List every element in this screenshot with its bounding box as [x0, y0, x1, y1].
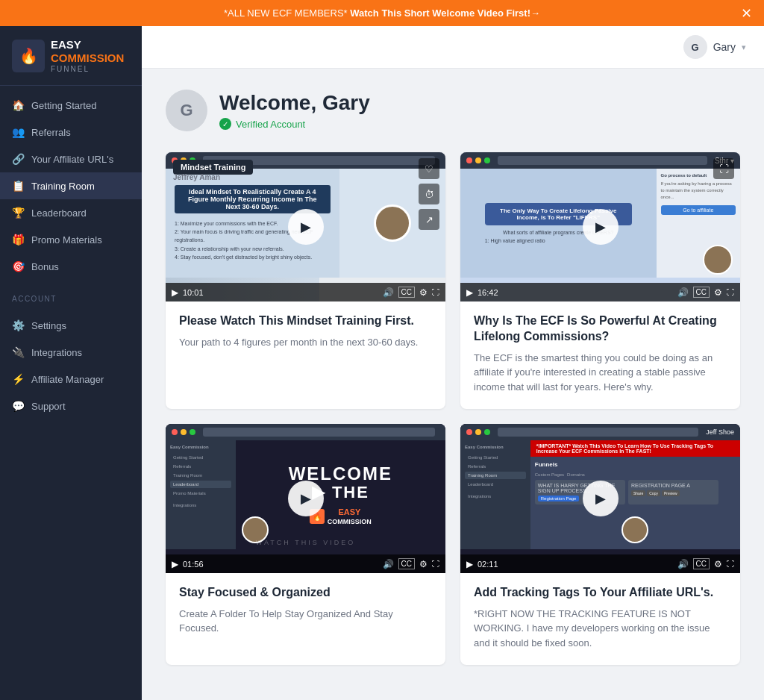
video-card-2: Sthr ▾ The Only Way To Create Lifelong P…	[460, 152, 740, 409]
sidebar-item-label: Your Affiliate URL's	[31, 154, 113, 165]
bonus-icon: 🎯	[12, 260, 24, 272]
video-duration-1: 10:01	[183, 288, 204, 297]
play-ctrl-icon[interactable]: ▶	[466, 287, 473, 298]
volume-icon-3[interactable]: 🔊	[383, 559, 394, 569]
fullscreen-icon-3[interactable]: ⛶	[432, 560, 439, 568]
chat-icon: 💬	[12, 400, 24, 412]
video-thumbnail-4[interactable]: Jeff Shoe Easy Commission Getting Starte…	[460, 424, 740, 573]
main-nav: 🏠 Getting Started 👥 Referrals 🔗 Your Aff…	[0, 86, 142, 286]
play-ctrl-icon-3[interactable]: ▶	[172, 559, 178, 569]
presenter-avatar-4	[621, 516, 648, 543]
banner-text-prefix: *ALL NEW ECF MEMBERS*	[224, 7, 350, 19]
sidebar-item-training-room[interactable]: 📋 Training Room	[0, 172, 142, 199]
sidebar-item-support[interactable]: 💬 Support	[0, 393, 142, 419]
video-controls-4: ▶ 02:11 🔊 CC ⚙ ⛶	[460, 554, 740, 573]
welcome-info: Welcome, Gary ✓ Verified Account	[219, 91, 370, 130]
sidebar-item-label: Affiliate Manager	[31, 374, 104, 385]
volume-icon-4[interactable]: 🔊	[677, 559, 689, 569]
account-section-label: ACCOUNT	[0, 286, 142, 306]
verified-icon: ✓	[219, 118, 231, 130]
user-avatar: G	[683, 35, 707, 59]
cc-icon-2[interactable]: CC	[693, 287, 710, 298]
welcome-title: Welcome, Gary	[219, 91, 370, 115]
play-button-4[interactable]: ▶	[583, 481, 619, 516]
sidebar-item-promo-materials[interactable]: 🎁 Promo Materials	[0, 226, 142, 253]
gift-icon: 🎁	[12, 234, 24, 246]
video-thumbnail-3[interactable]: Easy Commission Getting Started Referral…	[166, 424, 445, 573]
video-controls-2: ▶ 16:42 🔊 CC ⚙ ⛶	[460, 283, 740, 301]
heart-icon[interactable]: ♡	[419, 158, 439, 179]
cc-icon-3[interactable]: CC	[398, 558, 415, 569]
cc-icon-4[interactable]: CC	[693, 558, 710, 569]
banner-link[interactable]: Watch This Short Welcome Video First!→	[350, 7, 540, 19]
video-action-icons-2: ⛶	[713, 158, 734, 179]
sidebar-item-label: Settings	[31, 320, 66, 331]
banner-close-button[interactable]: ✕	[741, 5, 752, 22]
top-banner: *ALL NEW ECF MEMBERS* Watch This Short W…	[0, 0, 764, 26]
play-button-2[interactable]: ▶	[583, 209, 619, 245]
sidebar-logo: 🔥 EASYCOMMISSION FUNNEL	[0, 26, 142, 86]
video-title-2: Why Is The ECF Is So Powerful At Creatin…	[474, 313, 727, 345]
video-title-3: Stay Focused & Organized	[179, 585, 432, 601]
play-button-1[interactable]: ▶	[288, 209, 324, 245]
video-desc-1: Your path to 4 figures per month in the …	[179, 335, 432, 350]
fullscreen-icon-4[interactable]: ⛶	[727, 560, 734, 568]
video-desc-3: Create A Folder To Help Stay Organized A…	[179, 607, 432, 636]
content-area: G Gary ▾ G Welcome, Gary ✓ Verified Acco…	[142, 26, 764, 700]
navigation-icon[interactable]: ↗	[419, 209, 439, 230]
sidebar-item-label: Bonus	[31, 261, 59, 272]
video-duration-2: 16:42	[478, 288, 498, 297]
verified-badge: ✓ Verified Account	[219, 118, 370, 130]
home-icon: 🏠	[12, 99, 24, 111]
sidebar-item-bonus[interactable]: 🎯 Bonus	[0, 253, 142, 280]
video-info-4: Add Tracking Tags To Your Affiliate URL'…	[460, 573, 740, 665]
presenter-avatar-2	[703, 245, 733, 275]
sidebar-item-settings[interactable]: ⚙️ Settings	[0, 312, 142, 339]
fullscreen-icon[interactable]: ⛶	[432, 288, 439, 296]
settings-ctrl-icon[interactable]: ⚙	[419, 287, 428, 298]
video-title-1: Please Watch This Mindset Training First…	[179, 313, 432, 329]
sidebar-item-affiliate-manager[interactable]: ⚡ Affiliate Manager	[0, 366, 142, 393]
video-controls-1: ▶ 10:01 🔊 CC ⚙ ⛶	[166, 283, 445, 301]
play-button-3[interactable]: ▶	[288, 481, 324, 516]
settings-ctrl-icon-2[interactable]: ⚙	[714, 287, 722, 298]
volume-icon[interactable]: 🔊	[383, 287, 394, 298]
sidebar-item-label: Leaderboard	[31, 207, 87, 219]
video-card-1: Ideal Mindset To Realistically Create A …	[166, 152, 445, 409]
sidebar-item-leaderboard[interactable]: 🏆 Leaderboard	[0, 199, 142, 226]
sidebar-item-label: Integrations	[31, 347, 82, 358]
play-ctrl-icon-4[interactable]: ▶	[466, 559, 473, 569]
video-title-4: Add Tracking Tags To Your Affiliate URL'…	[474, 585, 727, 601]
sidebar-item-integrations[interactable]: 🔌 Integrations	[0, 339, 142, 366]
settings-ctrl-icon-3[interactable]: ⚙	[419, 559, 428, 569]
logo-tagline: FUNNEL	[51, 65, 124, 73]
sidebar-item-affiliate-urls[interactable]: 🔗 Your Affiliate URL's	[0, 146, 142, 172]
sidebar-item-label: Referrals	[31, 127, 71, 138]
play-ctrl-icon[interactable]: ▶	[172, 287, 178, 298]
user-name: Gary	[713, 41, 736, 53]
video-card-4: Jeff Shoe Easy Commission Getting Starte…	[460, 424, 740, 665]
sidebar-item-referrals[interactable]: 👥 Referrals	[0, 119, 142, 146]
clock-icon[interactable]: ⏱	[419, 184, 439, 204]
video-grid: Ideal Mindset To Realistically Create A …	[166, 152, 740, 665]
verified-text: Verified Account	[236, 119, 305, 130]
gear-icon: ⚙️	[12, 319, 24, 331]
expand-icon[interactable]: ⛶	[713, 158, 734, 179]
welcome-avatar: G	[166, 90, 207, 131]
page-content: G Welcome, Gary ✓ Verified Account	[142, 69, 764, 700]
volume-icon-2[interactable]: 🔊	[677, 287, 689, 298]
fullscreen-icon-2[interactable]: ⛶	[727, 288, 734, 296]
presenter-name: Jeffrey Aman	[173, 173, 220, 181]
video-thumbnail-2[interactable]: Sthr ▾ The Only Way To Create Lifelong P…	[460, 152, 740, 301]
sidebar-item-getting-started[interactable]: 🏠 Getting Started	[0, 92, 142, 119]
user-menu[interactable]: G Gary ▾	[683, 35, 746, 59]
sidebar-item-label: Getting Started	[31, 100, 96, 111]
video-thumbnail-1[interactable]: Ideal Mindset To Realistically Create A …	[166, 152, 445, 301]
account-nav: ⚙️ Settings 🔌 Integrations ⚡ Affiliate M…	[0, 306, 142, 425]
cc-icon[interactable]: CC	[398, 287, 415, 298]
watch-overlay-text: WATCH THIS VIDEO	[166, 539, 445, 546]
welcome-header: G Welcome, Gary ✓ Verified Account	[166, 90, 740, 131]
settings-ctrl-icon-4[interactable]: ⚙	[714, 559, 722, 569]
logo-name: EASYCOMMISSION	[51, 38, 124, 65]
logo-text-block: EASYCOMMISSION FUNNEL	[51, 38, 124, 73]
